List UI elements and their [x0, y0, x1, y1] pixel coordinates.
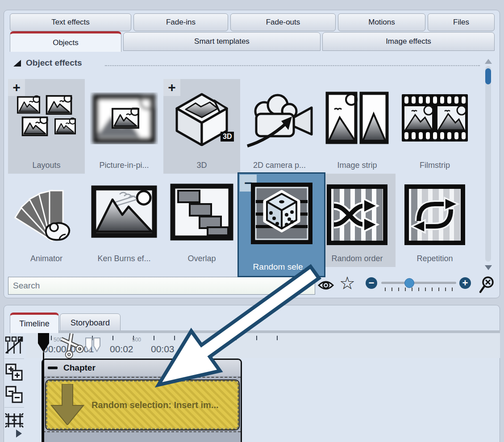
effect-tile-3d[interactable]: + 3D 3D: [163, 79, 240, 174]
tab-label: Fade-ins: [166, 18, 196, 27]
tile-label: 3D: [163, 161, 240, 170]
tab-label: Smart templates: [194, 37, 250, 46]
tab-label: Motions: [368, 18, 395, 27]
random-order-icon: [326, 183, 388, 246]
ruler-time-label: 00:03: [151, 344, 175, 354]
ruler-time-label: 00:02: [110, 344, 133, 354]
effect-tile-overlap[interactable]: Overlap: [163, 174, 240, 267]
effect-tile-repetition[interactable]: Repetition: [396, 174, 473, 267]
tab-label: Image effects: [386, 37, 431, 46]
tab-image-effects[interactable]: Image effects: [322, 32, 495, 51]
collapse-section-icon[interactable]: [13, 60, 21, 67]
chapter-title: Chapter: [63, 363, 96, 373]
toolbar-divider: [4, 407, 24, 408]
search-input[interactable]: [8, 277, 315, 295]
tab-smart-templates[interactable]: Smart templates: [123, 32, 321, 51]
clear-search-icon[interactable]: ✕: [295, 278, 312, 294]
tab-label: Files: [453, 18, 469, 27]
tile-label: Animator: [8, 254, 85, 263]
tile-label: Random sele...: [239, 262, 324, 272]
timeline-ruler[interactable]: 500 500 500 00:00 00:01 00:02 00:03 00:0…: [26, 333, 500, 358]
tile-label: Filmstrip: [396, 161, 473, 170]
animator-icon: [13, 182, 80, 242]
chapter-collapse-icon[interactable]: [48, 367, 58, 369]
tab-fade-outs[interactable]: Fade-outs: [230, 13, 336, 31]
repetition-icon: [404, 183, 466, 246]
slider-thumb[interactable]: [404, 278, 414, 288]
picture-in-picture-icon: [90, 92, 158, 144]
track-display-icon[interactable]: [4, 336, 24, 355]
effect-tile-2d-camera[interactable]: 2D camera p...: [241, 79, 318, 174]
tab-label: Timeline: [19, 319, 49, 329]
frame-range-icon[interactable]: [4, 411, 24, 430]
effect-tile-filmstrip[interactable]: Filmstrip: [396, 79, 473, 174]
ruler-sub-label: 500: [217, 337, 226, 343]
tab-fade-ins[interactable]: Fade-ins: [133, 13, 228, 31]
drop-arrow-icon: [50, 384, 84, 425]
slider-ticks: [385, 288, 456, 292]
zoom-reset-magnifier-icon[interactable]: [479, 276, 496, 294]
tile-label: Overlap: [163, 254, 240, 263]
random-selection-icon: [250, 182, 313, 245]
tab-text-effects[interactable]: Text effects: [10, 13, 131, 31]
ruler-time-label: 00:01: [71, 344, 94, 354]
section-title: Object effects: [26, 58, 82, 68]
scrollbar-track[interactable]: [485, 66, 491, 262]
tile-label: Layouts: [8, 161, 85, 170]
ken-burns-icon: [90, 184, 158, 239]
effect-tile-picture-in-picture[interactable]: Picture-in-pi...: [86, 79, 162, 174]
camera-pan-icon: [244, 91, 315, 148]
filmstrip-icon: [400, 92, 470, 143]
effect-tile-image-strip[interactable]: Image strip: [319, 79, 396, 174]
track-divider: [43, 431, 241, 432]
chapter-track[interactable]: Chapter Random selection: Insert im...: [42, 359, 242, 442]
scroll-down-icon[interactable]: [485, 265, 492, 270]
tile-label: Random order: [319, 254, 396, 263]
collapse-all-icon[interactable]: [4, 385, 24, 404]
scrollbar-thumb[interactable]: [485, 68, 491, 84]
image-strip-icon: [324, 92, 391, 144]
tab-files[interactable]: Files: [428, 13, 495, 31]
tile-label: Picture-in-pi...: [86, 161, 162, 170]
toolbar-more-icon[interactable]: [16, 429, 22, 438]
tile-label: Repetition: [396, 254, 473, 263]
tab-motions[interactable]: Motions: [338, 13, 425, 31]
scroll-up-icon[interactable]: [485, 59, 492, 64]
track-divider: [43, 377, 241, 378]
tile-label: 2D camera p...: [241, 161, 318, 170]
tile-label: Ken Burns ef...: [86, 254, 162, 263]
tab-label: Storyboard: [71, 318, 110, 328]
visibility-eye-icon[interactable]: [317, 279, 334, 292]
layouts-icon: [16, 93, 77, 143]
ruler-time-label: 00:04: [180, 344, 204, 354]
thumbnail-size-slider[interactable]: [381, 282, 456, 284]
ruler-time-label: 00:00: [43, 344, 67, 354]
effect-tile-layouts[interactable]: + Layouts: [8, 79, 85, 174]
tab-label: Text effects: [51, 18, 90, 27]
tab-timeline[interactable]: Timeline: [10, 313, 59, 333]
section-divider: [105, 65, 480, 66]
expand-all-icon[interactable]: [4, 363, 24, 382]
effect-tile-animator[interactable]: Animator: [8, 174, 85, 267]
favorites-star-icon[interactable]: ☆: [338, 273, 356, 293]
tab-objects[interactable]: Objects: [10, 31, 121, 52]
tab-storyboard[interactable]: Storyboard: [60, 313, 121, 332]
tile-label: Image strip: [319, 161, 396, 170]
zoom-out-button[interactable]: −: [366, 277, 377, 289]
toolbar-divider: [4, 359, 24, 359]
tab-label: Objects: [53, 38, 79, 47]
drop-target[interactable]: Random selection: Insert im...: [45, 379, 240, 430]
effect-tile-random-selection[interactable]: − Random sele...: [237, 172, 325, 277]
overlap-icon: [170, 183, 233, 241]
ruler-sub-label: 500: [132, 337, 141, 343]
effect-tile-random-order[interactable]: Random order: [319, 174, 396, 267]
chapter-header[interactable]: Chapter: [43, 360, 241, 376]
tab-label: Fade-outs: [266, 18, 300, 27]
ruler-sub-label: 500: [54, 337, 62, 343]
zoom-in-button[interactable]: +: [459, 277, 471, 289]
effect-tile-ken-burns[interactable]: Ken Burns ef...: [86, 174, 162, 267]
3d-tag: 3D: [221, 132, 234, 142]
drop-target-text: Random selection: Insert im...: [92, 380, 219, 429]
